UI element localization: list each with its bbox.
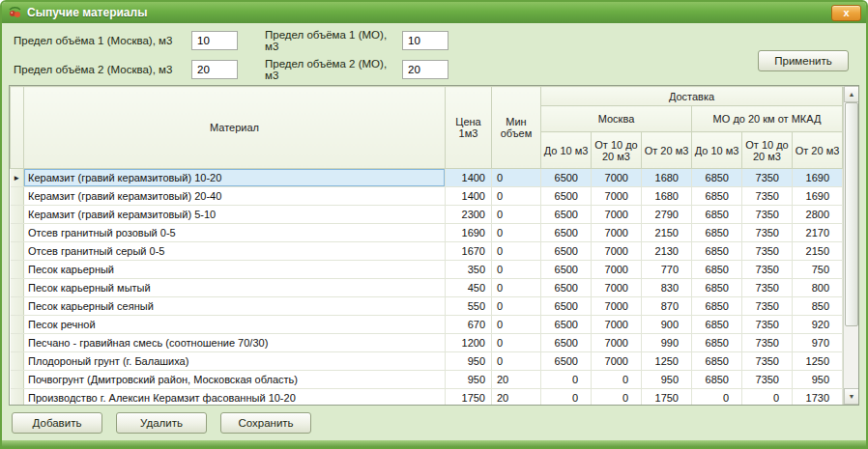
cell-mo3[interactable]: 1690 <box>793 169 843 187</box>
cell-price[interactable]: 2300 <box>446 206 492 224</box>
row-indicator[interactable] <box>11 224 24 242</box>
cell-material[interactable]: Песок карьерный <box>24 261 446 279</box>
table-row[interactable]: ►Керамзит (гравий керамзитовый) 10-20140… <box>11 169 843 187</box>
cell-msk3[interactable]: 950 <box>642 371 692 389</box>
cell-msk2[interactable]: 7000 <box>592 169 642 187</box>
cell-msk3[interactable]: 1680 <box>642 169 692 187</box>
cell-mo1[interactable]: 0 <box>692 389 742 407</box>
cell-msk3[interactable]: 1680 <box>642 187 692 206</box>
cell-msk2[interactable]: 7000 <box>592 279 642 297</box>
cell-msk3[interactable]: 830 <box>642 279 692 297</box>
table-row[interactable]: Керамзит (гравий керамзитовый) 5-1023000… <box>11 206 843 224</box>
cell-msk2[interactable]: 7000 <box>592 261 642 279</box>
cell-mo2[interactable]: 7350 <box>742 261 793 279</box>
cell-mo2[interactable]: 7350 <box>742 279 793 297</box>
row-indicator[interactable] <box>11 261 24 279</box>
cell-msk3[interactable]: 770 <box>642 261 692 279</box>
cell-min[interactable]: 0 <box>492 206 541 224</box>
cell-price[interactable]: 950 <box>446 371 492 389</box>
cell-min[interactable]: 0 <box>492 316 541 334</box>
cell-price[interactable]: 350 <box>446 261 492 279</box>
row-indicator[interactable] <box>11 316 24 334</box>
cell-min[interactable]: 0 <box>492 187 541 206</box>
cell-mo2[interactable]: 7350 <box>742 316 793 334</box>
cell-material[interactable]: Песчано - гравийная смесь (соотношение 7… <box>24 334 446 352</box>
table-row[interactable]: Отсев гранитный серый 0-5167006500700021… <box>11 242 843 261</box>
cell-msk1[interactable]: 6500 <box>541 169 592 187</box>
cell-msk2[interactable]: 7000 <box>592 334 642 352</box>
cell-mo3[interactable]: 2170 <box>793 224 843 242</box>
col-header-mo-tier2[interactable]: От 10 до 20 м3 <box>742 132 793 169</box>
cell-mo2[interactable]: 7350 <box>742 297 793 316</box>
limit2-moscow-input[interactable] <box>191 60 238 79</box>
table-row[interactable]: Керамзит (гравий керамзитовый) 20-401400… <box>11 187 843 206</box>
col-header-min-volume[interactable]: Мин объем <box>492 87 541 169</box>
cell-msk1[interactable]: 6500 <box>541 297 592 316</box>
save-button[interactable]: Сохранить <box>220 412 311 434</box>
cell-mo1[interactable]: 6850 <box>692 261 742 279</box>
cell-min[interactable]: 0 <box>492 169 541 187</box>
cell-mo3[interactable]: 800 <box>793 279 843 297</box>
cell-msk1[interactable]: 6500 <box>541 316 592 334</box>
cell-material[interactable]: Почвогрунт (Дмитровский район, Московска… <box>24 371 446 389</box>
cell-material[interactable]: Керамзит (гравий керамзитовый) 20-40 <box>24 187 446 206</box>
row-indicator[interactable] <box>11 297 24 316</box>
cell-msk1[interactable]: 6500 <box>541 334 592 352</box>
cell-material[interactable]: Песок карьерный сеяный <box>24 297 446 316</box>
cell-min[interactable]: 0 <box>492 297 541 316</box>
cell-price[interactable]: 1400 <box>446 187 492 206</box>
cell-price[interactable]: 670 <box>446 316 492 334</box>
cell-msk3[interactable]: 2150 <box>642 224 692 242</box>
row-indicator[interactable] <box>11 334 24 352</box>
cell-price[interactable]: 450 <box>446 279 492 297</box>
cell-min[interactable]: 20 <box>492 389 541 407</box>
row-indicator[interactable] <box>11 242 24 261</box>
cell-mo2[interactable]: 7350 <box>742 242 793 261</box>
cell-mo3[interactable]: 1730 <box>793 389 843 407</box>
cell-msk3[interactable]: 1250 <box>642 352 692 371</box>
cell-mo2[interactable]: 0 <box>742 389 793 407</box>
scroll-down-button[interactable]: ▼ <box>844 388 859 405</box>
cell-msk3[interactable]: 2790 <box>642 206 692 224</box>
col-header-mo-tier1[interactable]: До 10 м3 <box>692 132 742 169</box>
cell-msk3[interactable]: 990 <box>642 334 692 352</box>
cell-mo1[interactable]: 6850 <box>692 206 742 224</box>
cell-mo1[interactable]: 6850 <box>692 187 742 206</box>
cell-price[interactable]: 1690 <box>446 224 492 242</box>
row-indicator[interactable] <box>11 389 24 407</box>
row-indicator[interactable] <box>11 352 24 371</box>
cell-min[interactable]: 0 <box>492 352 541 371</box>
table-row[interactable]: Отсев гранитный розовый 0-51690065007000… <box>11 224 843 242</box>
cell-mo1[interactable]: 6850 <box>692 371 742 389</box>
cell-min[interactable]: 20 <box>492 371 541 389</box>
cell-msk2[interactable]: 7000 <box>592 352 642 371</box>
col-header-mo-tier3[interactable]: От 20 м3 <box>793 132 843 169</box>
delete-button[interactable]: Удалить <box>116 412 207 434</box>
cell-material[interactable]: Керамзит (гравий керамзитовый) 10-20 <box>24 169 446 187</box>
cell-mo3[interactable]: 1250 <box>793 352 843 371</box>
cell-price[interactable]: 1400 <box>446 169 492 187</box>
cell-msk1[interactable]: 6500 <box>541 206 592 224</box>
cell-mo2[interactable]: 7350 <box>742 187 793 206</box>
table-row[interactable]: Песок речной67006500700090068507350920 <box>11 316 843 334</box>
col-header-price[interactable]: Цена 1м3 <box>446 87 492 169</box>
cell-msk1[interactable]: 6500 <box>541 261 592 279</box>
table-row[interactable]: Производство г. Алексин Керамзит фасован… <box>11 389 843 407</box>
cell-mo1[interactable]: 6850 <box>692 279 742 297</box>
cell-msk2[interactable]: 7000 <box>592 316 642 334</box>
cell-msk2[interactable]: 7000 <box>592 187 642 206</box>
cell-msk3[interactable]: 870 <box>642 297 692 316</box>
cell-mo3[interactable]: 950 <box>793 371 843 389</box>
apply-button[interactable]: Применить <box>758 50 849 71</box>
cell-mo3[interactable]: 2800 <box>793 206 843 224</box>
cell-price[interactable]: 550 <box>446 297 492 316</box>
cell-mo3[interactable]: 1690 <box>793 187 843 206</box>
cell-mo2[interactable]: 7350 <box>742 352 793 371</box>
cell-price[interactable]: 1670 <box>446 242 492 261</box>
cell-min[interactable]: 0 <box>492 279 541 297</box>
cell-mo1[interactable]: 6850 <box>692 169 742 187</box>
table-row[interactable]: Почвогрунт (Дмитровский район, Московска… <box>11 371 843 389</box>
add-button[interactable]: Добавить <box>12 412 102 434</box>
close-button[interactable]: x <box>831 5 861 21</box>
row-indicator[interactable]: ► <box>11 169 24 187</box>
